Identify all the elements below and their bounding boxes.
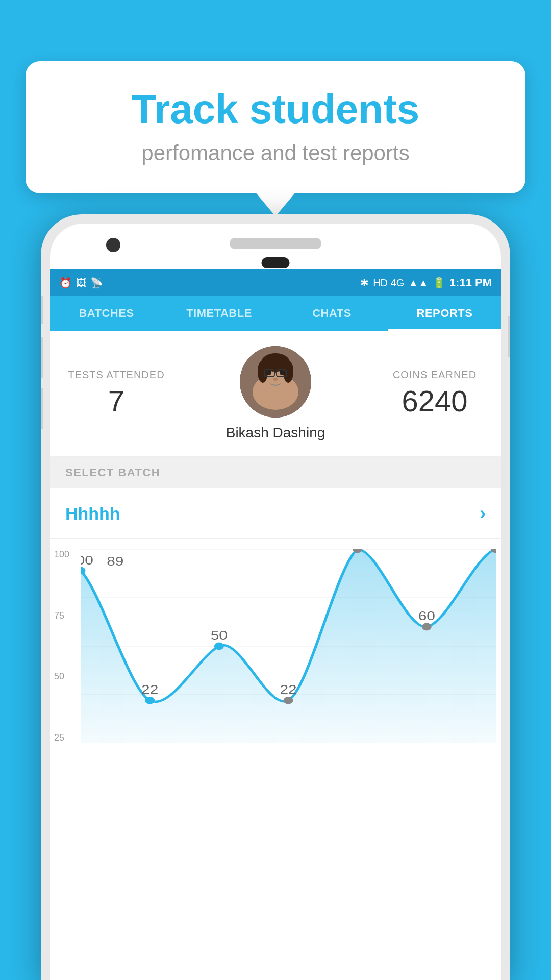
svg-text:60: 60	[418, 609, 435, 623]
avatar-name: Bikash Dashing	[167, 425, 384, 441]
tab-bar: BATCHES TIMETABLE CHATS REPORTS	[50, 296, 501, 331]
svg-point-23	[422, 623, 432, 631]
tooltip-subtitle: perfomance and test reports	[56, 141, 495, 165]
tests-attended-block: TESTS ATTENDED 7	[65, 369, 167, 418]
status-icons-left: ⏰ 🖼 📡	[59, 277, 103, 289]
svg-point-20	[214, 643, 224, 650]
svg-point-5	[258, 360, 268, 383]
mute-button	[41, 388, 43, 429]
y-label-50: 50	[54, 671, 69, 682]
chart-y-labels: 100 75 50 25	[54, 549, 69, 743]
svg-text:22: 22	[280, 683, 296, 696]
avatar-block: Bikash Dashing	[167, 346, 384, 441]
tab-chats[interactable]: CHATS	[276, 296, 388, 331]
chart-area: 100 89 22 50 22 100 60 100	[81, 549, 496, 743]
clock-icon: ⏰	[59, 277, 72, 289]
batch-item[interactable]: Hhhhh ›	[50, 488, 501, 539]
coins-earned-value: 6240	[384, 384, 486, 418]
batch-name: Hhhhh	[65, 504, 120, 524]
select-batch-label: SELECT BATCH	[65, 466, 160, 479]
y-label-75: 75	[54, 610, 69, 621]
volume-down-button	[41, 337, 43, 378]
tooltip-title: Track students	[56, 87, 495, 132]
select-batch-header: SELECT BATCH	[50, 457, 501, 488]
power-button	[508, 316, 510, 357]
chart-svg: 100 89 22 50 22 100 60 100	[81, 549, 496, 743]
speaker-slit	[230, 238, 321, 249]
volume-up-button	[41, 296, 43, 324]
tests-attended-value: 7	[65, 384, 167, 418]
tab-batches[interactable]: BATCHES	[50, 296, 163, 331]
svg-point-6	[283, 360, 293, 383]
y-label-25: 25	[54, 732, 69, 743]
chart-section: 100 75 50 25	[50, 539, 501, 753]
svg-point-12	[273, 378, 278, 381]
front-sensor	[262, 257, 290, 268]
bluetooth-icon: ✱	[360, 277, 369, 289]
signal-icon: ▲▲	[408, 277, 429, 289]
camera-dot	[106, 238, 120, 252]
coins-earned-label: COINS EARNED	[384, 369, 486, 381]
tooltip-card: Track students perfomance and test repor…	[26, 61, 525, 193]
svg-point-18	[81, 567, 85, 574]
avatar-svg	[240, 346, 311, 418]
svg-text:22: 22	[141, 683, 158, 696]
avatar	[240, 346, 311, 418]
tab-timetable[interactable]: TIMETABLE	[163, 296, 276, 331]
tests-attended-label: TESTS ATTENDED	[65, 369, 167, 381]
y-label-100: 100	[54, 549, 69, 560]
profile-section: TESTS ATTENDED 7	[50, 331, 501, 456]
svg-point-19	[145, 697, 155, 704]
svg-point-7	[266, 370, 271, 375]
tab-reports[interactable]: REPORTS	[388, 296, 501, 331]
svg-text:50: 50	[211, 629, 228, 642]
svg-text:100: 100	[81, 554, 93, 567]
status-icons-right: ✱ HD 4G ▲▲ 🔋 1:11 PM	[360, 276, 492, 289]
network-label: HD 4G	[373, 277, 404, 289]
chevron-right-icon: ›	[480, 503, 486, 524]
status-bar: ⏰ 🖼 📡 ✱ HD 4G ▲▲ 🔋 1:11 PM	[50, 270, 501, 296]
cast-icon: 📡	[90, 277, 103, 289]
status-time: 1:11 PM	[449, 276, 492, 289]
coins-earned-block: COINS EARNED 6240	[384, 369, 486, 418]
svg-point-8	[280, 370, 285, 375]
svg-text:89: 89	[107, 555, 123, 568]
svg-point-21	[284, 697, 293, 704]
phone-screen: ⏰ 🖼 📡 ✱ HD 4G ▲▲ 🔋 1:11 PM BATCHES	[50, 270, 501, 980]
image-icon: 🖼	[76, 277, 86, 289]
phone-inner: ⏰ 🖼 📡 ✱ HD 4G ▲▲ 🔋 1:11 PM BATCHES	[50, 224, 501, 980]
battery-icon: 🔋	[433, 277, 445, 289]
camera-area	[50, 238, 501, 249]
phone-frame: ⏰ 🖼 📡 ✱ HD 4G ▲▲ 🔋 1:11 PM BATCHES	[41, 214, 510, 980]
